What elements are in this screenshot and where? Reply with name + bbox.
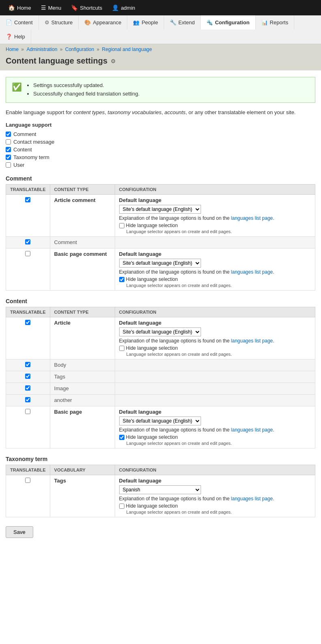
basic-page-checkbox[interactable] xyxy=(25,409,30,414)
comment-sub-checkbox[interactable] xyxy=(25,239,30,244)
taxonomy-tags-lang-link[interactable]: languages list page xyxy=(231,496,273,502)
settings-icon[interactable]: ⚙ xyxy=(111,58,116,64)
article-lang-select[interactable]: Site's default language (English) xyxy=(119,327,201,336)
config-icon: 🔩 xyxy=(206,19,213,26)
checkbox-taxonomy-term[interactable]: Taxonomy term xyxy=(6,154,315,160)
nav-content[interactable]: 📄 Content xyxy=(0,15,39,30)
extend-icon: 🔧 xyxy=(170,19,176,26)
checkbox-taxonomy-term-input[interactable] xyxy=(6,155,11,160)
table-row: Body xyxy=(6,359,315,371)
language-support-title: Language support xyxy=(6,122,315,128)
content-icon: 📄 xyxy=(6,19,12,26)
basic-page-comment-lang-select[interactable]: Site's default language (English) xyxy=(119,259,201,268)
people-icon: 👥 xyxy=(133,19,139,26)
table-row: Image xyxy=(6,383,315,395)
basic-page-lang-link[interactable]: languages list page xyxy=(231,427,273,433)
body-checkbox[interactable] xyxy=(25,362,30,367)
table-row: Basic page comment Default language Site… xyxy=(6,249,315,291)
article-comment-checkbox-cell xyxy=(6,195,50,237)
article-comment-type: Article comment xyxy=(50,195,115,237)
basic-page-lang-select[interactable]: Site's default language (English) xyxy=(119,417,201,425)
basic-page-comment-lang-link[interactable]: languages list page xyxy=(231,269,273,275)
article-comment-checkbox[interactable] xyxy=(25,197,30,202)
nav-people[interactable]: 👥 People xyxy=(127,15,164,30)
secondary-nav: 📄 Content ⚙ Structure 🎨 Appearance 👥 Peo… xyxy=(0,15,321,44)
language-support-list: Comment Contact message Content Taxonomy… xyxy=(6,131,315,168)
breadcrumb-admin[interactable]: Administration xyxy=(26,47,57,52)
nav-home[interactable]: 🏠 Home xyxy=(3,0,36,15)
success-msg-1: Settings successfully updated. xyxy=(33,81,139,90)
breadcrumb-config[interactable]: Configuration xyxy=(65,47,94,52)
appearance-icon: 🎨 xyxy=(84,19,91,26)
home-icon: 🏠 xyxy=(8,4,15,11)
nav-help[interactable]: ❓ Help xyxy=(0,30,31,44)
table-row: Tags xyxy=(6,371,315,383)
breadcrumb-home[interactable]: Home xyxy=(6,47,19,52)
article-comment-lang-link[interactable]: languages list page xyxy=(231,215,273,221)
nav-structure[interactable]: ⚙ Structure xyxy=(39,15,79,30)
checkbox-contact-message[interactable]: Contact message xyxy=(6,139,315,145)
comment-col-config: Configuration xyxy=(115,185,315,195)
taxonomy-section-title: Taxonomy term xyxy=(6,456,315,462)
table-row: another xyxy=(6,395,315,406)
checkbox-user-input[interactable] xyxy=(6,162,11,168)
top-nav: 🏠 Home ☰ Menu 🔖 Shortcuts 👤 admin xyxy=(0,0,321,15)
taxonomy-table: Translatable Vocabulary Configuration Ta… xyxy=(6,465,315,517)
checkbox-contact-message-input[interactable] xyxy=(6,139,11,145)
content-section-title: Content xyxy=(6,298,315,304)
taxonomy-tags-checkbox[interactable] xyxy=(25,478,30,483)
content-table: Translatable Content Type Configuration … xyxy=(6,307,315,448)
basic-page-hide-checkbox[interactable] xyxy=(119,435,124,440)
table-row: Article comment Default language Site's … xyxy=(6,195,315,237)
description-text: Enable language support for content type… xyxy=(6,108,315,117)
nav-menu[interactable]: ☰ Menu xyxy=(36,0,66,15)
taxonomy-col-vocabulary: Vocabulary xyxy=(50,465,115,475)
page-title-bar: Content language settings ⚙ xyxy=(0,55,321,70)
main-content: ✅ Settings successfully updated. Success… xyxy=(0,70,321,544)
breadcrumb-regional[interactable]: Regional and language xyxy=(102,47,152,52)
article-comment-hide-checkbox[interactable] xyxy=(119,223,124,228)
help-icon: ❓ xyxy=(6,34,12,40)
article-comment-lang-select[interactable]: Site's default language (English) xyxy=(119,205,201,214)
basic-page-comment-checkbox[interactable] xyxy=(25,251,30,256)
article-checkbox[interactable] xyxy=(25,320,30,325)
content-col-config: Configuration xyxy=(115,307,315,317)
success-msg-2: Successfully changed field translation s… xyxy=(33,90,139,98)
success-message: ✅ Settings successfully updated. Success… xyxy=(6,77,315,103)
taxonomy-col-config: Configuration xyxy=(115,465,315,475)
checkbox-comment[interactable]: Comment xyxy=(6,131,315,137)
checkbox-content-input[interactable] xyxy=(6,147,11,152)
another-checkbox[interactable] xyxy=(25,397,30,402)
basic-page-comment-hide-checkbox[interactable] xyxy=(119,277,124,282)
taxonomy-tags-lang-select[interactable]: Spanish Site's default language (English… xyxy=(119,485,201,494)
comment-col-translatable: Translatable xyxy=(6,185,50,195)
comment-section-title: Comment xyxy=(6,175,315,182)
tags-checkbox[interactable] xyxy=(25,374,30,379)
article-hide-checkbox[interactable] xyxy=(119,346,124,351)
content-col-content-type: Content Type xyxy=(50,307,115,317)
nav-reports[interactable]: 📊 Reports xyxy=(256,15,295,30)
table-row: Tags Default language Spanish Site's def… xyxy=(6,475,315,517)
article-comment-config: Default language Site's default language… xyxy=(115,195,315,237)
taxonomy-tags-hide-checkbox[interactable] xyxy=(119,504,124,509)
checkbox-comment-input[interactable] xyxy=(6,132,11,137)
nav-configuration[interactable]: 🔩 Configuration xyxy=(201,15,255,30)
nav-appearance[interactable]: 🎨 Appearance xyxy=(79,15,127,30)
shortcuts-icon: 🔖 xyxy=(71,4,78,11)
table-row: Comment xyxy=(6,237,315,249)
save-button[interactable]: Save xyxy=(6,526,33,538)
image-checkbox[interactable] xyxy=(25,385,30,391)
nav-admin[interactable]: 👤 admin xyxy=(107,0,140,15)
content-col-translatable: Translatable xyxy=(6,307,50,317)
menu-icon: ☰ xyxy=(41,4,46,11)
checkbox-user[interactable]: User xyxy=(6,162,315,168)
checkbox-content[interactable]: Content xyxy=(6,147,315,153)
nav-extend[interactable]: 🔧 Extend xyxy=(164,15,201,30)
article-lang-link[interactable]: languages list page xyxy=(231,338,273,344)
taxonomy-col-translatable: Translatable xyxy=(6,465,50,475)
structure-icon: ⚙ xyxy=(45,19,49,26)
admin-icon: 👤 xyxy=(112,4,119,11)
nav-shortcuts[interactable]: 🔖 Shortcuts xyxy=(66,0,107,15)
success-icon: ✅ xyxy=(12,82,22,92)
reports-icon: 📊 xyxy=(261,19,268,26)
